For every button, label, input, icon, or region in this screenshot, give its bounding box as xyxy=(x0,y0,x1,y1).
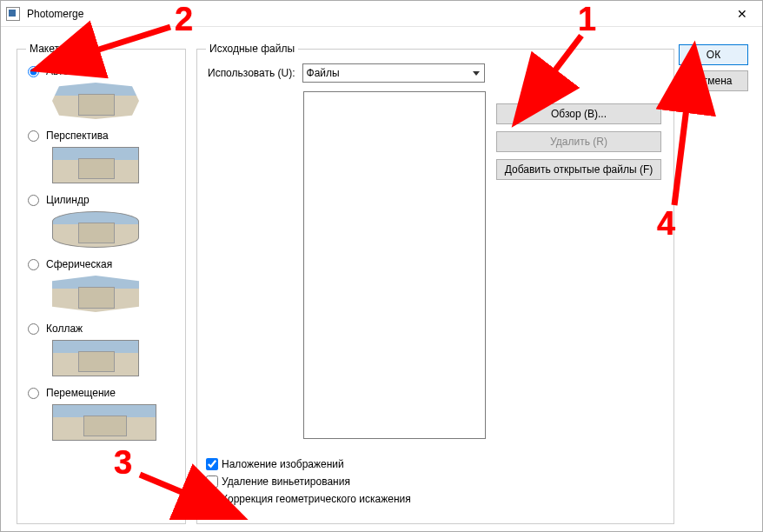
check-vignette[interactable] xyxy=(206,475,218,488)
source-buttons: Обзор (B)... Удалить (R) Добавить открыт… xyxy=(496,103,661,187)
check-blend-label: Наложение изображений xyxy=(222,458,344,470)
remove-button[interactable]: Удалить (R) xyxy=(496,131,661,152)
thumb-auto xyxy=(52,83,139,119)
source-legend: Исходные файлы xyxy=(206,43,298,55)
radio-reposition-label: Перемещение xyxy=(46,387,116,399)
radio-cylinder-label: Цилиндр xyxy=(46,194,90,206)
thumb-collage xyxy=(52,340,139,376)
client-area: Макет Авто Перспектива Цилиндр Сферическ… xyxy=(1,27,762,531)
layout-option-auto[interactable]: Авто xyxy=(28,65,176,119)
check-vignette-label: Удаление виньетирования xyxy=(222,475,350,488)
radio-collage[interactable] xyxy=(28,323,39,335)
add-open-files-button[interactable]: Добавить открытые файлы (F) xyxy=(496,159,661,180)
thumb-perspective xyxy=(52,147,139,183)
layout-option-reposition[interactable]: Перемещение xyxy=(28,387,176,441)
layout-group: Макет Авто Перспектива Цилиндр Сферическ… xyxy=(17,43,186,524)
radio-spherical[interactable] xyxy=(28,259,39,270)
use-select[interactable] xyxy=(302,63,485,83)
layout-option-collage[interactable]: Коллаж xyxy=(28,323,176,376)
photomerge-dialog: Photomerge ✕ Макет Авто Перспектива Цили… xyxy=(0,0,763,532)
layout-legend: Макет xyxy=(26,43,63,55)
close-button[interactable]: ✕ xyxy=(722,1,762,27)
check-geometric[interactable] xyxy=(206,493,218,505)
source-group: Исходные файлы Использовать (U): Обзор (… xyxy=(196,43,674,524)
layout-option-cylinder[interactable]: Цилиндр xyxy=(28,194,176,248)
thumb-cylinder xyxy=(52,211,139,248)
check-blend-row[interactable]: Наложение изображений xyxy=(206,458,411,470)
layout-option-spherical[interactable]: Сферическая xyxy=(28,258,176,312)
thumb-spherical xyxy=(52,276,139,312)
cancel-button[interactable]: Отмена xyxy=(679,70,748,91)
radio-perspective-label: Перспектива xyxy=(46,130,109,142)
thumb-reposition xyxy=(52,404,156,441)
radio-spherical-label: Сферическая xyxy=(46,258,112,270)
ok-button[interactable]: ОК xyxy=(679,44,748,65)
check-vignette-row[interactable]: Удаление виньетирования xyxy=(206,475,411,488)
app-icon xyxy=(6,7,20,21)
radio-auto[interactable] xyxy=(28,66,39,77)
browse-button[interactable]: Обзор (B)... xyxy=(496,103,661,124)
layout-option-perspective[interactable]: Перспектива xyxy=(28,130,176,183)
source-checks: Наложение изображений Удаление виньетиро… xyxy=(206,453,411,510)
radio-collage-label: Коллаж xyxy=(46,323,83,335)
check-geometric-row[interactable]: Коррекция геометрического искажения xyxy=(206,493,411,505)
radio-cylinder[interactable] xyxy=(28,195,39,206)
radio-perspective[interactable] xyxy=(28,130,39,142)
check-blend[interactable] xyxy=(206,458,218,470)
titlebar: Photomerge ✕ xyxy=(1,1,762,27)
dialog-buttons: ОК Отмена xyxy=(679,44,748,96)
radio-reposition[interactable] xyxy=(28,388,39,399)
window-title: Photomerge xyxy=(27,8,83,20)
use-label: Использовать (U): xyxy=(208,67,295,79)
radio-auto-label: Авто xyxy=(46,65,69,77)
file-list[interactable] xyxy=(303,91,486,439)
check-geometric-label: Коррекция геометрического искажения xyxy=(222,493,411,505)
